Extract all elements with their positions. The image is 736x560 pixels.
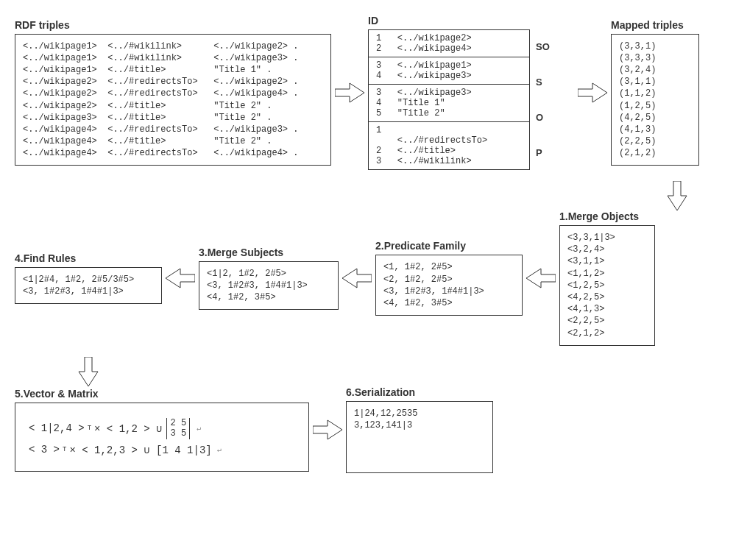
id-o-section: 3 <../wikipage3> 4 "Title 1" 5 "Title 2" <box>369 85 529 122</box>
id-side-labels: SO S O P <box>536 29 550 170</box>
arrow-left-icon <box>339 263 375 293</box>
arrow-left-icon <box>523 263 559 293</box>
arrow-right-icon <box>309 415 346 444</box>
merge-objects-block: 1.Merge Objects <3,3,1|3> <3,2,4> <3,1,1… <box>559 210 655 346</box>
rdf-body: <../wikipage1> <../#wikilink> <../wikipa… <box>15 34 331 166</box>
id-p-label: P <box>536 147 550 158</box>
serialization-block: 6.Serialization 1|24,12,2535 3,123,141|3 <box>346 386 493 473</box>
row-middle: 4.Find Rules <1|2#4, 1#2, 2#5/3#5> <3, 1… <box>15 210 721 346</box>
row-top: RDF triples <../wikipage1> <../#wikilink… <box>15 15 721 170</box>
id-o-label: O <box>536 112 550 123</box>
find-rules-block: 4.Find Rules <1|2#4, 1#2, 2#5/3#5> <3, 1… <box>15 252 162 304</box>
arrow-right-icon <box>331 78 368 107</box>
merge-subjects-block: 3.Merge Subjects <1|2, 1#2, 2#5> <3, 1#2… <box>199 247 339 311</box>
merge-objects-title: 1.Merge Objects <box>559 210 655 222</box>
id-p-section: 1 <../#redirectsTo> 2 <../#title> 3 <../… <box>369 122 529 169</box>
id-so-section: 1 <../wikipage2> 2 <../wikipage4> <box>369 30 529 57</box>
id-box: 1 <../wikipage2> 2 <../wikipage4> 3 <../… <box>368 29 530 170</box>
predicate-family-title: 2.Predicate Family <box>375 240 523 252</box>
vm-line-2: < 3 >T × < 1,2,3 > ∪ [1 4 1|3] ↵ <box>29 444 295 456</box>
find-rules-body: <1|2#4, 1#2, 2#5/3#5> <3, 1#2#3, 1#4#1|3… <box>15 267 162 304</box>
arrow-right-icon <box>574 78 611 107</box>
merge-subjects-body: <1|2, 1#2, 2#5> <3, 1#2#3, 1#4#1|3> <4, … <box>199 261 339 311</box>
find-rules-title: 4.Find Rules <box>15 252 162 264</box>
arrow-left-icon <box>162 263 199 293</box>
matrix-icon: 2 53 5 <box>166 418 190 439</box>
predicate-family-body: <1, 1#2, 2#5> <2, 1#2, 2#5> <3, 1#2#3, 1… <box>375 255 523 316</box>
mapped-triples-block: Mapped triples (3,3,1) (3,3,3) (3,2,4) (… <box>611 19 699 166</box>
return-icon: ↵ <box>197 424 201 433</box>
row-bottom: 5.Vector & Matrix < 1|2,4 >T × < 1,2 > ∪… <box>15 386 721 473</box>
id-s-label: S <box>536 77 550 88</box>
rdf-title: RDF triples <box>15 19 331 31</box>
id-title: ID <box>368 15 530 26</box>
serialization-title: 6.Serialization <box>346 386 493 398</box>
vm-line-1: < 1|2,4 >T × < 1,2 > ∪ 2 53 5 ↵ <box>29 418 295 439</box>
merge-subjects-title: 3.Merge Subjects <box>199 247 339 258</box>
id-block: ID 1 <../wikipage2> 2 <../wikipage4> 3 <… <box>368 15 530 170</box>
serialization-body: 1|24,12,2535 3,123,141|3 <box>346 401 493 473</box>
predicate-family-block: 2.Predicate Family <1, 1#2, 2#5> <2, 1#2… <box>375 240 523 316</box>
mapped-body: (3,3,1) (3,3,3) (3,2,4) (3,1,1) (1,1,2) … <box>611 34 699 166</box>
id-so-label: SO <box>536 41 550 52</box>
vector-matrix-block: 5.Vector & Matrix < 1|2,4 >T × < 1,2 > ∪… <box>15 388 309 472</box>
mapped-title: Mapped triples <box>611 19 699 31</box>
id-s-section: 3 <../wikipage1> 4 <../wikipage3> <box>369 57 529 85</box>
vector-matrix-body: < 1|2,4 >T × < 1,2 > ∪ 2 53 5 ↵ < 3 >T ×… <box>15 403 309 472</box>
arrow-down-icon <box>15 185 721 207</box>
arrow-down-icon <box>15 361 721 383</box>
return-icon: ↵ <box>217 445 222 454</box>
rdf-triples-block: RDF triples <../wikipage1> <../#wikilink… <box>15 19 331 166</box>
vector-matrix-title: 5.Vector & Matrix <box>15 388 309 400</box>
merge-objects-body: <3,3,1|3> <3,2,4> <3,1,1> <1,1,2> <1,2,5… <box>559 225 655 346</box>
